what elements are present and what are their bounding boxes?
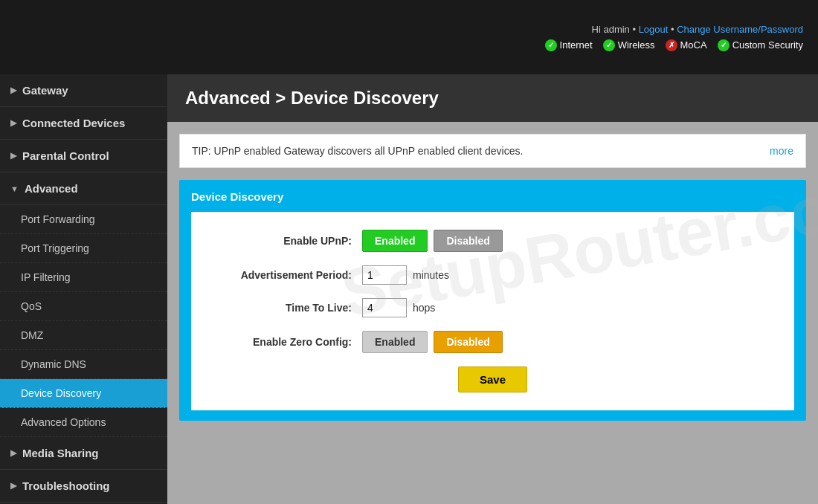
sidebar-item-advanced-label: Advanced: [25, 182, 78, 195]
zero-config-label: Enable Zero Config:: [213, 336, 362, 348]
enable-upnp-label: Enable UPnP:: [213, 235, 362, 247]
logout-link[interactable]: Logout: [639, 24, 669, 35]
ttl-row: Time To Live: hops: [213, 298, 772, 317]
sep1: •: [632, 24, 638, 35]
tip-text: TIP: UPnP enabled Gateway discovers all …: [192, 145, 523, 157]
header: Hi admin • Logout • Change Username/Pass…: [0, 0, 818, 74]
ttl-input[interactable]: [362, 298, 407, 317]
page-title: Advanced > Device Discovery: [167, 74, 818, 122]
wireless-label: Wireless: [618, 39, 655, 51]
sidebar-item-device-discovery-label: Device Discovery: [21, 387, 101, 399]
status-wireless: ✓ Wireless: [603, 39, 655, 51]
sidebar-item-parental-control-label: Parental Control: [22, 149, 109, 162]
tip-box: TIP: UPnP enabled Gateway discovers all …: [179, 134, 806, 168]
ttl-control: hops: [362, 298, 435, 317]
sidebar-item-dmz[interactable]: DMZ: [0, 321, 167, 350]
sidebar-item-connected-devices[interactable]: ▶ Connected Devices: [0, 107, 167, 140]
custom-security-label: Custom Security: [732, 39, 803, 51]
sidebar-item-port-forwarding[interactable]: Port Forwarding: [0, 205, 167, 234]
sidebar-item-dynamic-dns-label: Dynamic DNS: [21, 358, 86, 370]
sidebar-item-gateway-label: Gateway: [22, 84, 68, 97]
save-button[interactable]: Save: [458, 366, 527, 392]
change-pw-link[interactable]: Change Username/Password: [677, 24, 803, 35]
sidebar-item-qos-label: QoS: [21, 300, 42, 312]
troubleshooting-arrow: ▶: [10, 481, 16, 491]
upnp-enabled-button[interactable]: Enabled: [362, 230, 428, 252]
moca-dot: ✗: [666, 39, 677, 51]
zero-config-row: Enable Zero Config: Enabled Disabled: [213, 331, 772, 353]
sidebar-item-advanced-options[interactable]: Advanced Options: [0, 408, 167, 437]
save-row: Save: [213, 366, 772, 392]
sidebar-item-qos[interactable]: QoS: [0, 292, 167, 321]
sidebar-item-dmz-label: DMZ: [21, 329, 43, 341]
sidebar-item-ip-filtering[interactable]: IP Filtering: [0, 263, 167, 292]
enable-upnp-control: Enabled Disabled: [362, 230, 503, 252]
ttl-unit: hops: [413, 302, 435, 314]
header-top: Hi admin • Logout • Change Username/Pass…: [592, 24, 803, 35]
sidebar-item-port-forwarding-label: Port Forwarding: [21, 213, 95, 225]
sidebar-item-troubleshooting[interactable]: ▶ Troubleshooting: [0, 470, 167, 503]
status-moca: ✗ MoCA: [666, 39, 707, 51]
ad-period-label: Advertisement Period:: [213, 269, 362, 281]
main-content: SetupRouter.com Advanced > Device Discov…: [167, 74, 818, 504]
media-sharing-arrow: ▶: [10, 448, 16, 458]
sidebar-item-media-sharing-label: Media Sharing: [22, 447, 99, 459]
card-title: Device Discovery: [191, 190, 794, 203]
sidebar-item-advanced[interactable]: ▼ Advanced: [0, 172, 167, 205]
wireless-dot: ✓: [603, 39, 615, 51]
ttl-label: Time To Live:: [213, 302, 362, 314]
layout: ▶ Gateway ▶ Connected Devices ▶ Parental…: [0, 74, 818, 504]
enable-upnp-row: Enable UPnP: Enabled Disabled: [213, 230, 772, 252]
sidebar-item-connected-devices-label: Connected Devices: [22, 117, 125, 129]
connected-devices-arrow: ▶: [10, 118, 16, 128]
zero-config-enabled-button[interactable]: Enabled: [362, 331, 428, 353]
advanced-arrow: ▼: [10, 184, 19, 193]
ad-period-control: minutes: [362, 265, 449, 285]
ad-period-row: Advertisement Period: minutes: [213, 265, 772, 285]
sidebar-item-port-triggering[interactable]: Port Triggering: [0, 234, 167, 263]
header-status: ✓ Internet ✓ Wireless ✗ MoCA ✓ Custom Se…: [545, 39, 803, 51]
sidebar-item-port-triggering-label: Port Triggering: [21, 242, 89, 254]
sidebar-item-advanced-options-label: Advanced Options: [21, 416, 106, 428]
sidebar: ▶ Gateway ▶ Connected Devices ▶ Parental…: [0, 74, 167, 504]
ad-period-input[interactable]: [362, 265, 407, 285]
device-discovery-card: Device Discovery Enable UPnP: Enabled Di…: [179, 180, 806, 421]
status-custom-security: ✓ Custom Security: [718, 39, 803, 51]
moca-label: MoCA: [680, 39, 707, 51]
internet-dot: ✓: [545, 39, 557, 51]
sidebar-item-parental-control[interactable]: ▶ Parental Control: [0, 140, 167, 172]
ad-period-unit: minutes: [413, 269, 449, 281]
sidebar-item-troubleshooting-label: Troubleshooting: [22, 479, 110, 492]
greeting-text: Hi admin: [592, 24, 630, 35]
card-inner: Enable UPnP: Enabled Disabled Advertisem…: [191, 212, 794, 410]
upnp-disabled-button[interactable]: Disabled: [434, 230, 502, 252]
sidebar-item-media-sharing[interactable]: ▶ Media Sharing: [0, 437, 167, 470]
tip-more-link[interactable]: more: [770, 145, 793, 157]
custom-security-dot: ✓: [718, 39, 730, 51]
sidebar-item-dynamic-dns[interactable]: Dynamic DNS: [0, 350, 167, 379]
internet-label: Internet: [560, 39, 593, 51]
sidebar-item-gateway[interactable]: ▶ Gateway: [0, 74, 167, 107]
sidebar-item-device-discovery[interactable]: Device Discovery: [0, 379, 167, 408]
zero-config-disabled-button[interactable]: Disabled: [434, 331, 502, 353]
parental-control-arrow: ▶: [10, 151, 16, 161]
sidebar-item-ip-filtering-label: IP Filtering: [21, 271, 71, 283]
status-internet: ✓ Internet: [545, 39, 593, 51]
sep2: •: [671, 24, 677, 35]
gateway-arrow: ▶: [10, 85, 16, 95]
zero-config-control: Enabled Disabled: [362, 331, 503, 353]
